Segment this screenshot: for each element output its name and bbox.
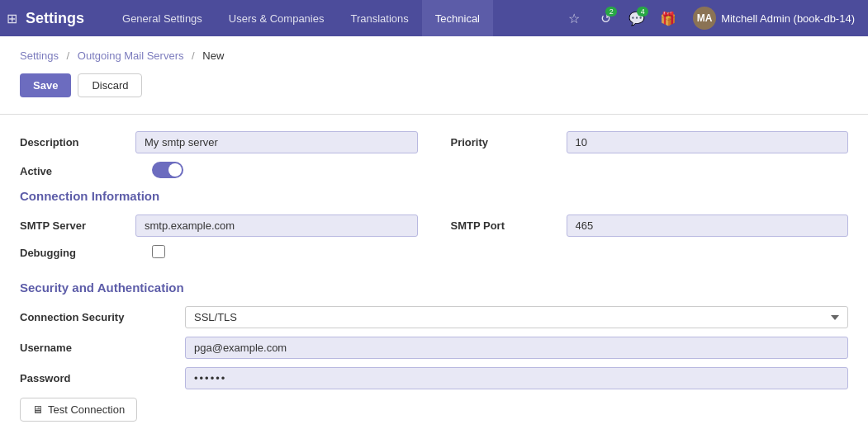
breadcrumb-outgoing-mail[interactable]: Outgoing Mail Servers: [78, 50, 184, 62]
breadcrumb-sep-1: /: [67, 50, 70, 62]
active-toggle[interactable]: [152, 162, 183, 178]
priority-col: Priority: [451, 131, 849, 153]
nav-users-companies[interactable]: Users & Companies: [216, 0, 338, 36]
star-icon: ☆: [568, 11, 580, 26]
description-input[interactable]: [135, 131, 418, 153]
smtp-port-field: [567, 214, 849, 237]
nav-general-settings[interactable]: General Settings: [109, 0, 216, 36]
smtp-port-input[interactable]: [567, 214, 849, 237]
debugging-field: [152, 245, 400, 261]
chat-icon-btn[interactable]: 💬 4: [624, 5, 650, 31]
smtp-port-col: SMTP Port: [451, 214, 849, 237]
navbar-right: ☆ ↺ 2 💬 4 🎁 MA Mitchell Admin (book-db-1…: [561, 3, 861, 33]
breadcrumb-sep-2: /: [192, 50, 195, 62]
active-field: [152, 162, 400, 181]
gift-icon: 🎁: [660, 11, 676, 26]
discard-button[interactable]: Discard: [78, 73, 142, 97]
password-input[interactable]: [185, 367, 848, 389]
breadcrumb-current: New: [202, 50, 224, 62]
connection-section: Connection Information SMTP Server SMTP …: [20, 189, 848, 261]
priority-label: Priority: [451, 136, 567, 148]
description-label: Description: [20, 136, 135, 148]
smtp-server-field: [135, 214, 418, 237]
security-section-title: Security and Authentication: [20, 280, 848, 295]
nav-translations[interactable]: Translations: [337, 0, 421, 36]
monitor-icon: 🖥: [32, 403, 43, 416]
save-button[interactable]: Save: [20, 73, 71, 97]
debugging-checkbox[interactable]: [152, 245, 165, 258]
toggle-slider: [152, 162, 183, 178]
smtp-port-label: SMTP Port: [451, 219, 567, 232]
description-col: Description: [20, 131, 418, 153]
chat-badge: 4: [637, 7, 648, 16]
gift-icon-btn[interactable]: 🎁: [655, 5, 681, 31]
grid-icon[interactable]: ⊞: [7, 11, 17, 26]
nav-menu: General Settings Users & Companies Trans…: [109, 0, 561, 36]
debugging-label: Debugging: [20, 247, 152, 259]
username-field: [185, 337, 848, 359]
password-field: [185, 367, 848, 389]
star-icon-btn[interactable]: ☆: [561, 5, 587, 31]
app-title: Settings: [26, 10, 84, 27]
description-field: [135, 131, 418, 153]
avatar: MA: [693, 7, 716, 30]
smtp-server-col: SMTP Server: [20, 214, 418, 237]
navbar: ⊞ Settings General Settings Users & Comp…: [0, 0, 868, 36]
nav-technical[interactable]: Technical: [422, 0, 493, 36]
username-input[interactable]: [185, 337, 848, 359]
action-buttons: Save Discard: [20, 73, 848, 97]
active-label: Active: [20, 165, 152, 177]
smtp-row: SMTP Server SMTP Port: [20, 214, 848, 237]
breadcrumb: Settings / Outgoing Mail Servers / New: [20, 50, 848, 62]
refresh-badge: 2: [605, 7, 617, 16]
connection-security-select[interactable]: SSL/TLS None STARTTLS: [185, 306, 848, 328]
active-row: Active: [20, 162, 848, 181]
user-name: Mitchell Admin (book-db-14): [721, 12, 855, 25]
password-label: Password: [20, 372, 185, 384]
refresh-icon-btn[interactable]: ↺ 2: [592, 5, 619, 31]
username-row: Username: [20, 337, 848, 359]
test-connection-button[interactable]: 🖥 Test Connection: [20, 398, 137, 422]
connection-section-title: Connection Information: [20, 189, 848, 203]
breadcrumb-settings[interactable]: Settings: [20, 50, 59, 62]
description-priority-row: Description Priority: [20, 131, 848, 153]
connection-security-label: Connection Security: [20, 311, 185, 323]
connection-security-field: SSL/TLS None STARTTLS: [185, 306, 848, 328]
smtp-server-input[interactable]: [135, 214, 418, 237]
priority-input[interactable]: [567, 131, 849, 153]
separator: [0, 114, 868, 115]
debugging-row: Debugging: [20, 245, 848, 261]
user-menu[interactable]: MA Mitchell Admin (book-db-14): [686, 3, 861, 33]
smtp-server-label: SMTP Server: [20, 219, 135, 232]
test-connection-label: Test Connection: [48, 403, 125, 416]
priority-field: [567, 131, 849, 153]
security-section: Security and Authentication Connection S…: [20, 280, 848, 422]
username-label: Username: [20, 342, 185, 354]
connection-security-row: Connection Security SSL/TLS None STARTTL…: [20, 306, 848, 328]
password-row: Password: [20, 367, 848, 389]
main-content: Settings / Outgoing Mail Servers / New S…: [0, 36, 868, 429]
